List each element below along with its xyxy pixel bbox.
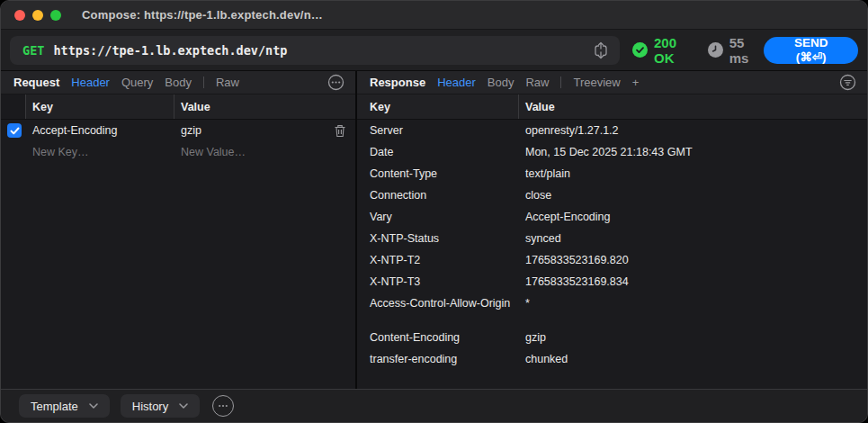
response-panel-title: Response xyxy=(370,76,425,89)
new-value-input[interactable]: New Value… xyxy=(174,146,325,158)
new-header-row: New Key…New Value… xyxy=(1,141,355,163)
more-options-icon[interactable] xyxy=(212,395,234,417)
url-input[interactable]: GET https://tpe-1.lb.exptech.dev/ntp xyxy=(10,36,620,65)
response-header-key: Server xyxy=(357,124,519,137)
tab-divider xyxy=(560,76,561,88)
row-spacer xyxy=(357,314,867,327)
response-header-row: X-NTP-T31765833523169.834 xyxy=(357,271,867,292)
request-panel-title: Request xyxy=(13,76,59,89)
response-header-key: Content-Type xyxy=(357,167,519,180)
response-table-body: Serveropenresty/1.27.1.2DateMon, 15 Dec … xyxy=(357,120,867,389)
response-header-value: 1765833523169.834 xyxy=(519,275,867,288)
response-status-group: 200 OK 55 ms xyxy=(632,35,764,66)
response-header-key: X-NTP-T3 xyxy=(357,275,519,288)
bottom-bar: Template History xyxy=(1,389,867,422)
trash-icon xyxy=(334,124,346,138)
titlebar: Compose: https://tpe-1.lb.exptech.dev/n… xyxy=(1,1,867,30)
minimize-window-button[interactable] xyxy=(32,10,43,21)
window-title: Compose: https://tpe-1.lb.exptech.dev/n… xyxy=(82,8,323,22)
response-header-key: Connection xyxy=(357,189,519,202)
url-text: https://tpe-1.lb.exptech.dev/ntp xyxy=(53,43,589,58)
response-header-row: X-NTP-Statussynced xyxy=(357,228,867,249)
tab-raw[interactable]: Raw xyxy=(216,76,239,89)
close-window-button[interactable] xyxy=(14,10,25,21)
url-row: GET https://tpe-1.lb.exptech.dev/ntp 200… xyxy=(1,30,867,71)
response-filter-icon[interactable] xyxy=(839,74,856,91)
response-header-row: Serveropenresty/1.27.1.2 xyxy=(357,120,867,141)
response-header-row: Access-Control-Allow-Origin* xyxy=(357,292,867,314)
response-header-row: Content-Typetext/plain xyxy=(357,163,867,184)
tab-raw[interactable]: Raw xyxy=(525,76,549,89)
response-header-row: transfer-encodingchunked xyxy=(357,348,867,370)
send-button[interactable]: SEND (⌘⏎) xyxy=(764,37,858,64)
main-area: Request HeaderQueryBodyRaw Key Value Acc… xyxy=(1,71,867,389)
response-header-key: Vary xyxy=(357,211,519,223)
header-enabled-checkbox[interactable] xyxy=(7,123,22,138)
tab-query[interactable]: Query xyxy=(121,76,153,89)
chevron-down-icon xyxy=(89,403,98,409)
request-table-header: Key Value xyxy=(1,94,355,120)
new-key-input[interactable]: New Key… xyxy=(26,146,174,158)
request-more-icon[interactable] xyxy=(327,74,345,91)
tab-header[interactable]: Header xyxy=(437,76,476,89)
response-table-header: Key Value xyxy=(357,94,867,120)
response-header-row: Connectionclose xyxy=(357,184,867,206)
app-window: Compose: https://tpe-1.lb.exptech.dev/n…… xyxy=(0,0,868,423)
http-method-label: GET xyxy=(22,43,44,58)
chevron-down-icon xyxy=(179,403,188,409)
tab-add-view[interactable]: + xyxy=(632,76,640,89)
value-column-header: Value xyxy=(174,94,325,119)
response-header-row: X-NTP-T21765833523169.820 xyxy=(357,249,867,271)
latency-clock-icon xyxy=(708,42,723,58)
checkbox-column-header xyxy=(1,94,26,119)
response-header-row: DateMon, 15 Dec 2025 21:18:43 GMT xyxy=(357,141,867,163)
status-check-icon xyxy=(632,42,648,58)
response-tabstrip: Response HeaderBodyRawTreeview+ xyxy=(357,71,867,94)
request-panel: Request HeaderQueryBodyRaw Key Value Acc… xyxy=(1,71,355,389)
response-header-key: Date xyxy=(357,146,519,158)
request-tabstrip: Request HeaderQueryBodyRaw xyxy=(1,71,355,94)
traffic-lights xyxy=(14,10,61,21)
response-header-key: X-NTP-T2 xyxy=(357,254,519,266)
response-header-value: synced xyxy=(519,232,867,245)
live-sync-icon[interactable] xyxy=(589,39,613,62)
response-header-value: Mon, 15 Dec 2025 21:18:43 GMT xyxy=(519,146,867,158)
history-label: History xyxy=(132,400,168,413)
delete-header-icon[interactable] xyxy=(325,124,355,138)
value-column-header: Value xyxy=(519,94,867,119)
tab-divider xyxy=(203,76,204,88)
history-dropdown[interactable]: History xyxy=(121,394,200,418)
response-header-key: transfer-encoding xyxy=(357,353,519,365)
response-header-value: Accept-Encoding xyxy=(519,211,867,223)
tab-treeview[interactable]: Treeview xyxy=(573,76,620,89)
response-header-row: Content-Encodinggzip xyxy=(357,327,867,348)
checkbox-cell xyxy=(1,123,26,138)
response-header-key: X-NTP-Status xyxy=(357,232,519,245)
response-header-value: openresty/1.27.1.2 xyxy=(519,124,867,137)
tab-header[interactable]: Header xyxy=(71,76,110,89)
tab-body[interactable]: Body xyxy=(165,76,192,89)
status-code: 200 OK xyxy=(654,35,696,66)
header-key[interactable]: Accept-Encoding xyxy=(26,124,174,137)
response-header-value: chunked xyxy=(519,353,867,365)
response-header-value: gzip xyxy=(519,331,867,344)
tab-body[interactable]: Body xyxy=(488,76,515,89)
header-value[interactable]: gzip xyxy=(174,124,325,137)
template-label: Template xyxy=(31,400,78,413)
key-column-header: Key xyxy=(357,94,519,119)
response-header-key: Content-Encoding xyxy=(357,331,519,344)
response-header-key: Access-Control-Allow-Origin xyxy=(357,297,519,310)
response-header-value: close xyxy=(519,189,867,202)
key-column-header: Key xyxy=(26,94,174,119)
response-header-value: * xyxy=(519,297,867,310)
latency-label: 55 ms xyxy=(729,35,765,66)
template-dropdown[interactable]: Template xyxy=(19,394,110,418)
zoom-window-button[interactable] xyxy=(50,10,61,21)
request-table-body: Accept-EncodinggzipNew Key…New Value… xyxy=(1,120,355,389)
response-header-value: 1765833523169.820 xyxy=(519,254,867,266)
response-header-value: text/plain xyxy=(519,167,867,180)
response-header-row: VaryAccept-Encoding xyxy=(357,206,867,228)
request-header-row[interactable]: Accept-Encodinggzip xyxy=(1,120,355,141)
response-panel: Response HeaderBodyRawTreeview+ Key Valu… xyxy=(357,71,867,389)
